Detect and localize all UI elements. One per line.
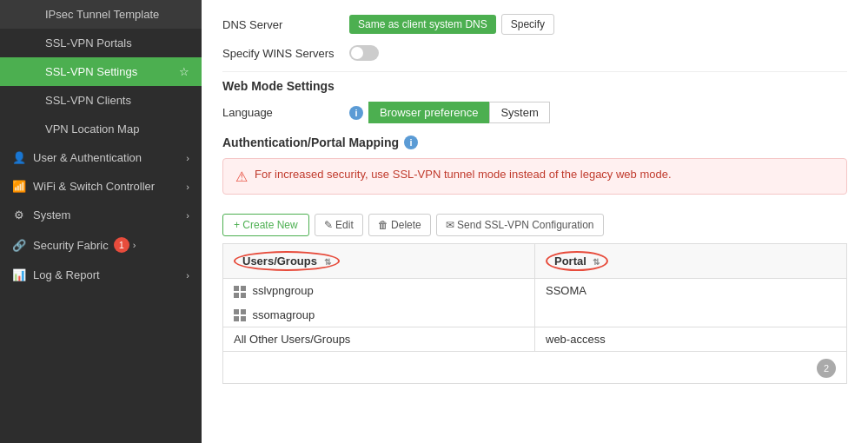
- svg-rect-6: [234, 316, 239, 321]
- sidebar-label-ssl-settings: SSL-VPN Settings: [45, 65, 137, 78]
- user-icon: 👤: [12, 151, 26, 164]
- security-icon: 🔗: [12, 239, 26, 252]
- svg-rect-4: [234, 309, 239, 314]
- system-icon: ⚙: [12, 208, 26, 222]
- users-groups-header-circle: Users/Groups ⇅: [234, 251, 340, 271]
- table-toolbar: + Create New ✎ Edit 🗑 Delete ✉ Send SSL-…: [222, 207, 847, 243]
- svg-rect-0: [234, 286, 239, 291]
- dns-same-button[interactable]: Same as client system DNS: [349, 15, 496, 34]
- dns-specify-button[interactable]: Specify: [501, 14, 554, 35]
- sidebar-label-ssl-portals: SSL-VPN Portals: [45, 36, 132, 50]
- sidebar-label-user-auth: User & Authentication: [33, 151, 142, 164]
- cell-sslvpngroup: sslvpngroup: [223, 279, 535, 303]
- sidebar-item-security[interactable]: 🔗 Security Fabric 1 ›: [0, 229, 202, 261]
- svg-rect-7: [241, 316, 246, 321]
- chevron-right-icon-log: ›: [186, 270, 189, 281]
- divider-1: [222, 71, 847, 72]
- log-icon: 📊: [12, 268, 26, 281]
- users-groups-header-text: Users/Groups: [242, 255, 317, 268]
- cell-ssomagroup: ssomagroup: [223, 303, 535, 327]
- warning-text: For increased security, use SSL-VPN tunn…: [255, 168, 672, 181]
- chevron-right-icon-wifi: ›: [186, 182, 189, 192]
- chevron-right-icon: ›: [186, 153, 189, 163]
- web-mode-title: Web Mode Settings: [222, 79, 847, 93]
- sidebar-item-vpn-map[interactable]: VPN Location Map: [0, 115, 202, 143]
- language-tab-group: Browser preference System: [368, 102, 550, 123]
- cell-ssoma: SSOMA: [535, 279, 847, 303]
- portal-header-text: Portal: [554, 255, 586, 268]
- sidebar-label-ssl-clients: SSL-VPN Clients: [45, 94, 131, 107]
- sidebar-label-security: Security Fabric: [33, 239, 109, 252]
- wins-toggle-slider: [349, 45, 379, 61]
- sidebar: IPsec Tunnel Template SSL-VPN Portals SS…: [0, 0, 202, 443]
- svg-rect-1: [241, 286, 246, 291]
- group-icon-sslvpn: [234, 286, 246, 298]
- star-icon: ☆: [179, 65, 189, 78]
- portal-header-circle: Portal ⇅: [546, 251, 608, 271]
- col-header-portal: Portal ⇅: [535, 244, 847, 279]
- sidebar-item-log[interactable]: 📊 Log & Report ›: [0, 261, 202, 289]
- wifi-icon: 📶: [12, 180, 26, 193]
- group-icon-ssoma: [234, 309, 246, 321]
- sidebar-label-ipsec: IPsec Tunnel Template: [45, 8, 159, 21]
- wins-label: Specify WINS Servers: [222, 47, 344, 60]
- language-label: Language: [222, 106, 344, 119]
- sidebar-item-ssl-portals[interactable]: SSL-VPN Portals: [0, 29, 202, 57]
- language-info-icon: i: [349, 106, 363, 120]
- users-sort-icon[interactable]: ⇅: [324, 257, 331, 267]
- cell-ssoma-portal: [535, 303, 847, 327]
- main-content: DNS Server Same as client system DNS Spe…: [202, 0, 868, 443]
- sidebar-item-user-auth[interactable]: 👤 User & Authentication ›: [0, 143, 202, 172]
- tab-browser-preference[interactable]: Browser preference: [368, 102, 489, 123]
- portal-mapping-table: Users/Groups ⇅ Portal ⇅: [222, 243, 847, 384]
- svg-rect-5: [241, 309, 246, 314]
- auth-portal-title: Authentication/Portal Mapping i: [222, 136, 847, 149]
- dns-server-label: DNS Server: [222, 18, 344, 31]
- table-row-footer: 2: [223, 352, 847, 384]
- auth-portal-title-text: Authentication/Portal Mapping: [222, 136, 399, 149]
- table-row-ssoma: ssomagroup: [223, 303, 847, 327]
- page-badge: 2: [817, 359, 836, 378]
- col-header-users: Users/Groups ⇅: [223, 244, 535, 279]
- svg-rect-3: [241, 293, 246, 298]
- sidebar-item-wifi[interactable]: 📶 WiFi & Switch Controller ›: [0, 172, 202, 201]
- sidebar-item-ssl-clients[interactable]: SSL-VPN Clients: [0, 86, 202, 115]
- dns-server-row: DNS Server Same as client system DNS Spe…: [222, 14, 847, 35]
- language-row: Language i Browser preference System: [222, 102, 847, 123]
- portal-sort-icon[interactable]: ⇅: [593, 257, 600, 267]
- warning-box: ⚠ For increased security, use SSL-VPN tu…: [222, 158, 847, 195]
- cell-other-users: All Other Users/Groups: [223, 327, 535, 352]
- table-footer-cell: 2: [223, 352, 847, 384]
- tab-system[interactable]: System: [489, 102, 549, 123]
- security-badge: 1: [114, 237, 129, 253]
- svg-rect-2: [234, 293, 239, 298]
- sidebar-item-ipsec[interactable]: IPsec Tunnel Template: [0, 0, 202, 29]
- wins-toggle[interactable]: [349, 45, 379, 61]
- sidebar-label-log: Log & Report: [33, 268, 100, 281]
- sidebar-label-vpn-map: VPN Location Map: [45, 122, 139, 136]
- edit-button[interactable]: ✎ Edit: [315, 214, 363, 236]
- table-row-other: All Other Users/Groups web-access: [223, 327, 847, 352]
- delete-button[interactable]: 🗑 Delete: [368, 214, 431, 236]
- send-config-button[interactable]: ✉ Send SSL-VPN Configuration: [436, 214, 604, 236]
- sidebar-label-wifi: WiFi & Switch Controller: [33, 180, 155, 193]
- wins-row: Specify WINS Servers: [222, 45, 847, 61]
- cell-other-portal: web-access: [535, 327, 847, 352]
- sidebar-item-system[interactable]: ⚙ System ›: [0, 201, 202, 229]
- warning-icon: ⚠: [235, 169, 248, 185]
- sidebar-label-system: System: [33, 208, 70, 222]
- table-row-sslvpn: sslvpngroup SSOMA: [223, 279, 847, 303]
- sidebar-item-ssl-settings[interactable]: SSL-VPN Settings ☆: [0, 57, 202, 86]
- auth-portal-info-icon: i: [404, 136, 418, 149]
- create-new-button[interactable]: + Create New: [222, 214, 309, 236]
- chevron-right-icon-system: ›: [186, 210, 189, 221]
- chevron-right-icon-security: ›: [133, 240, 136, 250]
